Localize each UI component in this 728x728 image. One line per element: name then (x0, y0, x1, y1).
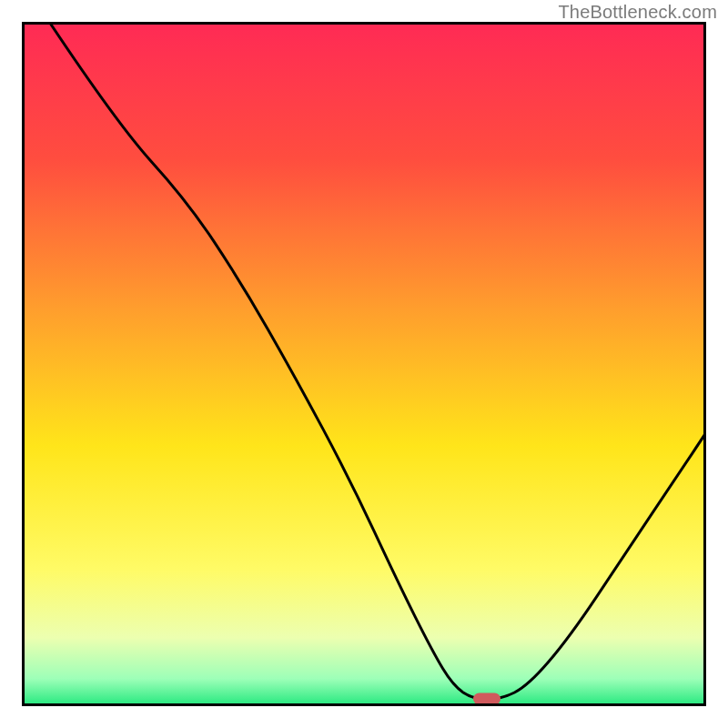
plot-area (22, 22, 706, 706)
bottleneck-curve (22, 22, 706, 706)
chart-root: TheBottleneck.com (0, 0, 728, 728)
watermark-text: TheBottleneck.com (558, 2, 717, 23)
optimal-marker (473, 693, 500, 705)
